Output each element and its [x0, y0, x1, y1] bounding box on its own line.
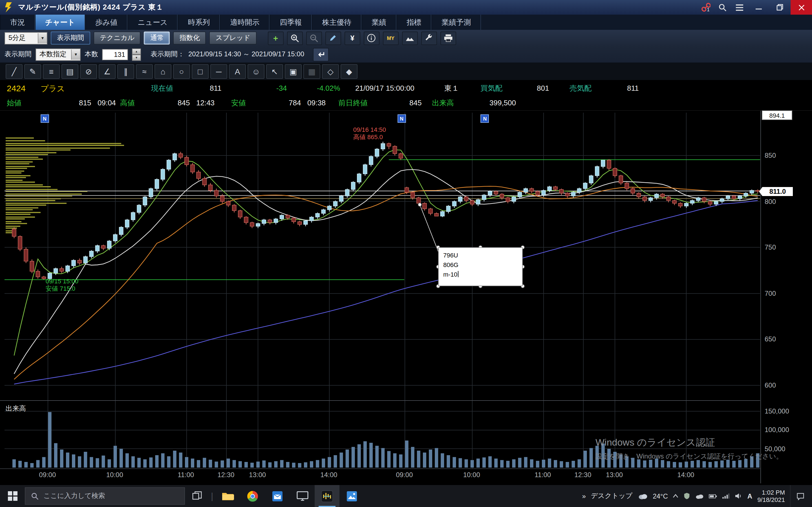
fan-tool-icon[interactable]: ⊘: [80, 64, 97, 78]
watermark-line1: Windows のライセンス認証: [596, 436, 783, 449]
selection-handle[interactable]: [521, 265, 524, 269]
info-icon[interactable]: [364, 31, 379, 45]
yen-icon[interactable]: ¥: [345, 31, 360, 45]
shield-icon[interactable]: [684, 492, 691, 500]
trading-app-icon[interactable]: [315, 485, 340, 507]
hidden-icons-chevron-icon[interactable]: [673, 494, 679, 498]
rectangle-tool-icon[interactable]: □: [192, 64, 209, 78]
ellipse-tool-icon[interactable]: ○: [173, 64, 190, 78]
horizontal-lines-layer[interactable]: [4, 160, 760, 280]
technical-button[interactable]: テクニカル: [94, 32, 141, 45]
eraser-all-tool-icon[interactable]: ◆: [341, 64, 357, 78]
vertical-lines-tool-icon[interactable]: ∥: [117, 64, 134, 78]
chrome-icon[interactable]: [240, 485, 265, 507]
tab-歩み値[interactable]: 歩み値: [85, 15, 128, 30]
period-select[interactable]: 5分足▼: [4, 32, 47, 44]
weather-temp[interactable]: 24°C: [653, 492, 668, 500]
pencil-icon[interactable]: [325, 31, 341, 45]
text-tool-icon[interactable]: A: [229, 64, 246, 78]
tab-業績予測[interactable]: 業績予測: [432, 15, 481, 30]
taskbar-search-input[interactable]: ここに入力して検索: [25, 487, 185, 505]
reset-range-button[interactable]: [313, 48, 328, 61]
network-icon[interactable]: [723, 493, 730, 499]
tab-指標[interactable]: 指標: [396, 15, 432, 30]
task-view-icon[interactable]: [185, 485, 209, 507]
selection-handle[interactable]: [479, 245, 482, 249]
price-grid-tool-icon[interactable]: ▤: [61, 64, 79, 78]
mode-button-スプレッド[interactable]: スプレッド: [209, 32, 257, 45]
count-input[interactable]: 131: [102, 49, 128, 60]
selection-handle[interactable]: [437, 265, 440, 269]
selection-handle[interactable]: [418, 203, 421, 207]
explorer-icon[interactable]: [215, 485, 240, 507]
minimize-button[interactable]: [748, 0, 769, 15]
count-spinner[interactable]: ▲▼: [132, 48, 141, 61]
notification-center-icon[interactable]: [790, 485, 810, 507]
mode-button-指数化[interactable]: 指数化: [173, 32, 206, 45]
weather-icon[interactable]: [638, 492, 648, 500]
selection-handle[interactable]: [521, 245, 524, 249]
quote-field-exchange: 東１: [444, 80, 459, 97]
zoom-out-icon[interactable]: [306, 31, 322, 45]
tab-チャート[interactable]: チャート: [35, 15, 85, 30]
tab-ニュース[interactable]: ニュース: [128, 15, 177, 30]
count-label: 本数: [85, 50, 98, 59]
count-mode-select[interactable]: 本数指定▼: [36, 48, 81, 61]
display-icon[interactable]: [290, 485, 315, 507]
tab-市況[interactable]: 市況: [0, 15, 35, 30]
link-icon[interactable]: 1: [697, 0, 714, 15]
callout-leader[interactable]: [418, 203, 524, 288]
selection-handle[interactable]: [437, 284, 440, 288]
menu-icon[interactable]: [731, 0, 748, 15]
wrench-icon[interactable]: [421, 31, 437, 45]
duplicate-tool-icon[interactable]: ▣: [285, 64, 302, 78]
eraser-tool-icon[interactable]: ◇: [322, 64, 339, 78]
trendline-tool-icon[interactable]: ╱: [6, 64, 22, 78]
battery-icon[interactable]: [709, 494, 718, 498]
speaker-icon[interactable]: [735, 493, 742, 499]
select-tool-icon[interactable]: ↖: [266, 64, 283, 78]
watermark-line2: 設定を開き、Windows のライセンス認証を行ってください。: [596, 452, 783, 461]
chart-style-icon[interactable]: [402, 31, 418, 45]
print-icon[interactable]: [441, 31, 456, 45]
spinner-down-icon[interactable]: ▼: [132, 54, 141, 61]
zoom-in-icon[interactable]: [287, 31, 303, 45]
segment-tool-icon[interactable]: ─: [210, 64, 227, 78]
wave-tool-icon[interactable]: ≈: [136, 64, 153, 78]
tab-株主優待[interactable]: 株主優待: [312, 15, 361, 30]
tab-適時開示[interactable]: 適時開示: [220, 15, 269, 30]
search-icon[interactable]: [714, 0, 731, 15]
taskbar-clock[interactable]: 1:02 PM9/18/2021: [757, 489, 785, 503]
desktop-toolbar-label[interactable]: デスクトップ: [591, 491, 632, 501]
ime-indicator[interactable]: A: [748, 492, 752, 500]
selection-handle[interactable]: [437, 245, 440, 249]
icon-stamp-tool-icon[interactable]: ☺: [248, 64, 264, 78]
spinner-up-icon[interactable]: ▲: [132, 48, 141, 54]
tab-時系列[interactable]: 時系列: [177, 15, 220, 30]
taskbar-apps: [215, 485, 364, 507]
polygon-tool-icon[interactable]: ⌂: [154, 64, 171, 78]
pencil-draw-tool-icon[interactable]: ✎: [24, 64, 41, 78]
tab-四季報[interactable]: 四季報: [269, 15, 312, 30]
restore-button[interactable]: [769, 0, 791, 15]
photos-icon[interactable]: [340, 485, 364, 507]
windows-activation-watermark: Windows のライセンス認証 設定を開き、Windows のライセンス認証を…: [596, 436, 783, 461]
horizontal-lines-tool-icon[interactable]: ≡: [43, 64, 60, 78]
mail-icon[interactable]: [265, 485, 290, 507]
tab-bar: 市況チャート歩み値ニュース時系列適時開示四季報株主優待業績指標業績予測: [0, 15, 812, 31]
crosshair-icon[interactable]: +: [268, 31, 284, 45]
display-period-button[interactable]: 表示期間: [51, 32, 90, 45]
start-button[interactable]: [0, 485, 25, 507]
mode-button-通常[interactable]: 通常: [144, 32, 170, 45]
selection-handle[interactable]: [521, 284, 524, 288]
quote-field-high_label: 高値: [120, 97, 135, 109]
my-icon[interactable]: MY: [383, 31, 399, 45]
selection-handle[interactable]: [479, 284, 482, 288]
desktop-toolbar-chevron-icon[interactable]: »: [582, 492, 586, 500]
quote-field-volume: 399,500: [490, 97, 516, 109]
tab-業績[interactable]: 業績: [361, 15, 396, 30]
angle-tool-icon[interactable]: ∠: [99, 64, 116, 78]
clock-time: 1:02 PM: [762, 489, 785, 496]
close-button[interactable]: [791, 0, 812, 15]
cloud-icon[interactable]: [696, 493, 704, 499]
